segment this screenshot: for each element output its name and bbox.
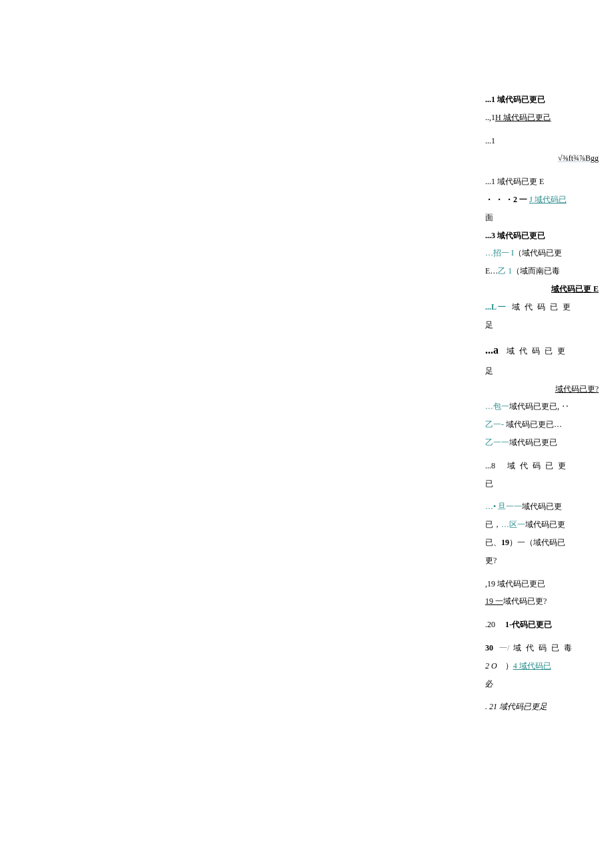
anno-30-2o: 2 O — [485, 661, 497, 671]
anno-20-text: 域 代 码 已 更 — [507, 461, 567, 470]
anno-line-2: ..,1H 城代码已更己 — [485, 110, 599, 125]
anno-23-text: 域代码已更 — [525, 520, 565, 529]
anno-6-dots: ・ ・ ・2 一 — [485, 195, 529, 204]
anno-24-19: 19 — [501, 538, 509, 547]
anno-18-text: 域代码已更已… — [506, 420, 562, 429]
anno-16-text: 域代码已更? — [555, 384, 599, 394]
anno-line-16: 域代码已更? — [485, 382, 599, 397]
anno-27-text: 域代码已更? — [503, 596, 547, 606]
anno-10-rest: （域而南已毒 — [512, 266, 560, 276]
anno-line-5: ...1 域代码已更 E — [485, 174, 599, 189]
anno-10-yi: 乙 1 — [498, 266, 512, 276]
anno-line-17: …包一域代码已更已, ‥ — [485, 399, 599, 414]
anno-10-e: E… — [485, 266, 498, 276]
anno-30-paren: ） — [505, 661, 513, 671]
anno-9-prefix: …招一 I — [485, 248, 514, 258]
anno-20-prefix: ...8 — [485, 461, 495, 470]
anno-line-4: √⅜ft¾⅞Bgg — [485, 151, 599, 166]
anno-line-26: ,19 域代码已更已 — [485, 576, 599, 592]
anno-line-22: …• 旦一一域代码已更 — [485, 499, 599, 514]
anno-4-text: √⅜ft¾⅞Bgg — [558, 153, 599, 163]
anno-9-text: （域代码已更 — [514, 248, 562, 258]
anno-14-a: ...a — [485, 344, 499, 356]
anno-11-text: 域代码已更 E — [551, 284, 599, 294]
anno-14-text: 域 代 码 已 更 — [507, 346, 567, 356]
anno-2-link: H 城代码已更己 — [495, 113, 551, 122]
anno-23-qu: …区一 — [501, 520, 525, 529]
anno-line-32: . 21 域代码已更足 — [485, 699, 599, 715]
anno-line-3: ...1 — [485, 133, 599, 149]
anno-line-23: 已，…区一域代码已更 — [485, 517, 599, 532]
anno-line-30: 2 O ）4 域代码已 — [485, 659, 599, 674]
anno-22-prefix: …• 旦一一 — [485, 502, 522, 511]
anno-12-prefix: ...L 一 — [485, 302, 506, 312]
anno-17-text: 域代码已更已, ‥ — [509, 402, 569, 411]
anno-line-15: 足 — [485, 364, 599, 379]
anno-line-10: E…乙 1（域而南已毒 — [485, 264, 599, 279]
anno-29-30: 30 — [485, 643, 493, 653]
anno-line-11: 域代码已更 E — [485, 282, 599, 297]
anno-2-prefix: ..,1 — [485, 113, 495, 122]
anno-24-yi: 已、 — [485, 538, 501, 547]
anno-line-12: ...L 一 域 代 码 已 更 — [485, 300, 599, 315]
anno-line-13: 足 — [485, 318, 599, 333]
anno-19-prefix: 乙一一 — [485, 438, 509, 447]
anno-line-27: 19 一域代码已更? — [485, 594, 599, 609]
anno-29-text: 域 代 码 已 毒 — [513, 643, 573, 653]
anno-line-29: 30 一/ 域 代 码 已 毒 — [485, 640, 599, 656]
anno-30-link: 4 域代码已 — [513, 661, 551, 671]
anno-line-20: ...8 域 代 码 已 更 — [485, 458, 599, 474]
anno-22-text: 域代码已更 — [522, 502, 562, 511]
anno-line-14: ...a 域 代 码 已 更 — [485, 340, 599, 360]
annotation-column: ...1 域代码已更已 ..,1H 城代码已更己 ...1 √⅜ft¾⅞Bgg … — [485, 92, 599, 717]
anno-18-prefix: 乙一- — [485, 420, 504, 429]
anno-29-slash: 一/ — [499, 643, 509, 653]
anno-line-31: 必 — [485, 677, 599, 692]
anno-line-9: …招一 I（域代码已更 — [485, 246, 599, 261]
anno-23-yi: 已， — [485, 520, 501, 529]
anno-24-text: ）一（域代码已 — [509, 538, 565, 547]
anno-line-25: 更? — [485, 553, 599, 568]
anno-line-21: 已 — [485, 476, 599, 492]
anno-27-prefix: 19 一 — [485, 596, 503, 606]
anno-12-text: 域 代 码 已 更 — [512, 302, 572, 312]
anno-line-24: 已、19）一（域代码已 — [485, 535, 599, 550]
anno-28-prefix: .20 — [485, 620, 495, 629]
anno-17-prefix: …包一 — [485, 402, 509, 411]
anno-28-text: 1-代码已更已 — [505, 620, 552, 629]
anno-line-6: ・ ・ ・2 一 J 域代码已 — [485, 192, 599, 207]
anno-line-28: .20 1-代码已更已 — [485, 617, 599, 632]
anno-line-7: 面 — [485, 210, 599, 226]
anno-line-8: ...3 域代码已更已 — [485, 228, 599, 244]
anno-line-19: 乙一一域代码已更已 — [485, 435, 599, 450]
anno-6-link: J 域代码已 — [529, 195, 567, 204]
anno-19-text: 域代码已更已 — [509, 438, 557, 447]
anno-line-1: ...1 域代码已更已 — [485, 92, 599, 107]
anno-line-18: 乙一- 域代码已更已… — [485, 417, 599, 432]
